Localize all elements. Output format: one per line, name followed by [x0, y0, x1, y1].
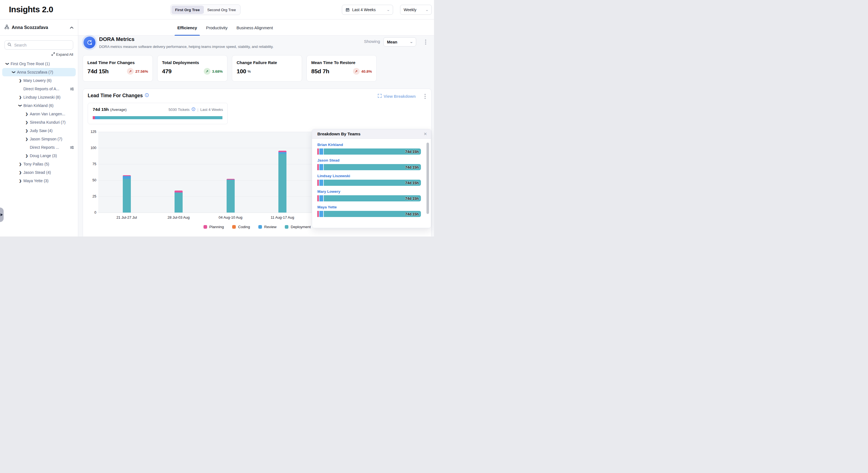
tree-item-anna-scozzafava-7[interactable]: ❯Anna Scozzafava (7)	[2, 68, 76, 76]
tree-item-direct-reports-of-a[interactable]: Direct Reports of A...	[2, 85, 76, 93]
chevron-down-icon: ⌄	[409, 40, 413, 44]
sidebar-expand-handle[interactable]	[0, 208, 4, 222]
team-bar-value: 74d 15h	[405, 181, 419, 185]
chevron-right-icon[interactable]: ❯	[17, 179, 23, 183]
trend-value: 27.56%	[135, 69, 148, 73]
chevron-down-icon[interactable]: ❯	[6, 61, 9, 67]
stacked-bar-11-aug-17-aug[interactable]	[278, 151, 286, 212]
chevron-down-icon: ⌄	[425, 8, 429, 12]
tree-item-aaron-van-langen[interactable]: ❯Aaron Van Langen...	[2, 110, 76, 118]
team-bar-segment-review	[319, 211, 323, 217]
chevron-right-icon[interactable]: ❯	[17, 171, 23, 174]
tickets-count: 5030 Tickets	[168, 108, 190, 112]
team-name-link[interactable]: Maya Yette	[317, 205, 421, 209]
play-arrow-icon	[1, 213, 3, 216]
showing-label: Showing	[364, 39, 380, 44]
search-input[interactable]	[13, 42, 70, 48]
tree-item-label: Maya Yette (3)	[23, 179, 49, 183]
team-stacked-bar[interactable]: 74d 15h	[317, 164, 421, 170]
filter-sliders-icon[interactable]	[70, 87, 74, 91]
trend-badge: ↗40.8%	[353, 68, 372, 75]
tab-business-alignment[interactable]: Business Alignment	[235, 20, 274, 36]
metric-title: Lead Time For Changes	[87, 60, 148, 65]
tree-item-brian-kirkland-6[interactable]: ❯Brian Kirkland (6)	[2, 101, 76, 110]
team-name-link[interactable]: Brian Kirkland	[317, 143, 421, 147]
tab-productivity[interactable]: Productivity	[205, 20, 229, 36]
metric-card-lead-time-for-changes: Lead Time For Changes74d 15h↗27.56%	[83, 55, 153, 82]
tree-item-lindsay-liszewski-8[interactable]: ❯Lindsay Liszewski (8)	[2, 93, 76, 101]
chevron-right-icon[interactable]: ❯	[24, 112, 30, 116]
chevron-right-icon[interactable]: ❯	[24, 129, 30, 132]
info-icon[interactable]	[191, 107, 195, 112]
team-stacked-bar[interactable]: 74d 15h	[317, 211, 421, 217]
chevron-right-icon[interactable]: ❯	[24, 154, 30, 158]
tree-item-label: Mary Lowery (6)	[23, 78, 52, 83]
section-kebab-menu[interactable]	[425, 94, 426, 99]
team-stacked-bar[interactable]: 74d 15h	[317, 195, 421, 201]
average-label: (Average)	[110, 108, 127, 112]
tree-item-judy-saw-4[interactable]: ❯Judy Saw (4)	[2, 126, 76, 135]
team-stacked-bar[interactable]: 74d 15h	[317, 148, 421, 155]
expand-diagonal-icon	[52, 52, 55, 57]
legend-item-review[interactable]: Review	[258, 225, 276, 229]
date-range-dropdown[interactable]: Last 4 Weeks ⌄	[342, 5, 393, 15]
scrollbar-thumb[interactable]	[427, 143, 429, 214]
chevron-right-icon[interactable]: ❯	[17, 79, 23, 83]
breakdown-row-brian-kirkland: Brian Kirkland74d 15h	[317, 143, 421, 155]
stacked-bar-28-jul-03-aug[interactable]	[175, 190, 183, 212]
team-stacked-bar[interactable]: 74d 15h	[317, 180, 421, 186]
legend-item-planning[interactable]: Planning	[204, 225, 224, 229]
tree-item-doug-lange-3[interactable]: ❯Doug Lange (3)	[2, 151, 76, 160]
legend-item-deployment[interactable]: Deployment	[285, 225, 311, 229]
metric-cards: Lead Time For Changes74d 15h↗27.56%Total…	[83, 55, 377, 82]
tree-item-sireesha-kunduri-7[interactable]: ❯Sireesha Kunduri (7)	[2, 118, 76, 126]
breakdown-row-lindsay-liszewski: Lindsay Liszewski74d 15h	[317, 174, 421, 186]
showing-dropdown[interactable]: Mean ⌄	[383, 37, 416, 47]
legend-swatch	[204, 225, 207, 229]
org-sidebar: Anna Scozzafava Expand All ❯First Org Tr…	[0, 20, 78, 237]
tab-efficiency[interactable]: Efficiency	[176, 20, 198, 36]
stacked-bar-21-jul-27-jul[interactable]	[123, 175, 131, 212]
tree-item-label: Aaron Van Langen...	[30, 112, 65, 116]
insights-app: Insights 2.0 First Org Tree Second Org T…	[0, 0, 434, 237]
legend-item-coding[interactable]: Coding	[232, 225, 250, 229]
chevron-right-icon[interactable]: ❯	[17, 162, 23, 166]
toggle-first-org-tree[interactable]: First Org Tree	[172, 6, 204, 14]
average-range: Last 4 Weeks	[200, 108, 223, 112]
chevron-down-icon[interactable]: ❯	[19, 102, 22, 109]
tree-item-first-org-tree-root-1[interactable]: ❯First Org Tree Root (1)	[2, 60, 76, 68]
info-icon[interactable]	[145, 93, 149, 98]
tree-item-direct-reports[interactable]: Direct Reports ...	[2, 143, 76, 151]
tree-item-mary-lowery-6[interactable]: ❯Mary Lowery (6)	[2, 76, 76, 85]
tree-item-tony-pallas-5[interactable]: ❯Tony Pallas (5)	[2, 160, 76, 168]
chevron-down-icon[interactable]: ❯	[12, 69, 16, 75]
tree-item-jason-stead-4[interactable]: ❯Jason Stead (4)	[2, 168, 76, 177]
breakdown-panel: Breakdown By Teams ✕ Brian Kirkland74d 1…	[312, 129, 431, 228]
team-name-link[interactable]: Jason Stead	[317, 158, 421, 162]
expand-all-button[interactable]: Expand All	[52, 52, 73, 57]
team-name-link[interactable]: Lindsay Liszewski	[317, 174, 421, 178]
chevron-right-icon[interactable]: ❯	[24, 137, 30, 141]
granularity-dropdown[interactable]: Weekly ⌄	[400, 5, 432, 15]
legend-label: Deployment	[291, 225, 311, 229]
tree-item-jason-simpson-7[interactable]: ❯Jason Simpson (7)	[2, 135, 76, 143]
team-name-link[interactable]: Mary Lowery	[317, 189, 421, 194]
tree-item-label: Direct Reports of A...	[23, 87, 59, 91]
tree-item-maya-yette-3[interactable]: ❯Maya Yette (3)	[2, 177, 76, 185]
stacked-bar-04-aug-10-aug[interactable]	[227, 179, 235, 212]
dora-description: DORA metrics measure software delivery p…	[99, 45, 274, 49]
filter-sliders-icon[interactable]	[70, 145, 74, 150]
chevron-right-icon[interactable]: ❯	[24, 120, 30, 124]
sidebar-header[interactable]: Anna Scozzafava	[0, 20, 78, 36]
toggle-second-org-tree[interactable]: Second Org Tree	[204, 6, 240, 14]
chevron-up-icon[interactable]	[70, 26, 73, 30]
metric-card-change-failure-rate: Change Failure Rate100%	[232, 55, 302, 82]
dora-kebab-menu[interactable]	[425, 39, 426, 45]
tree-item-label: Lindsay Liszewski (8)	[23, 95, 60, 99]
average-stacked-bar	[93, 116, 222, 119]
chevron-right-icon[interactable]: ❯	[17, 95, 23, 99]
metric-value: 74d 15h	[87, 68, 108, 75]
view-breakdown-button[interactable]: View Breakdown	[378, 94, 415, 98]
breakdown-list: Brian Kirkland74d 15hJason Stead74d 15hL…	[312, 139, 431, 228]
close-icon[interactable]: ✕	[424, 131, 427, 137]
